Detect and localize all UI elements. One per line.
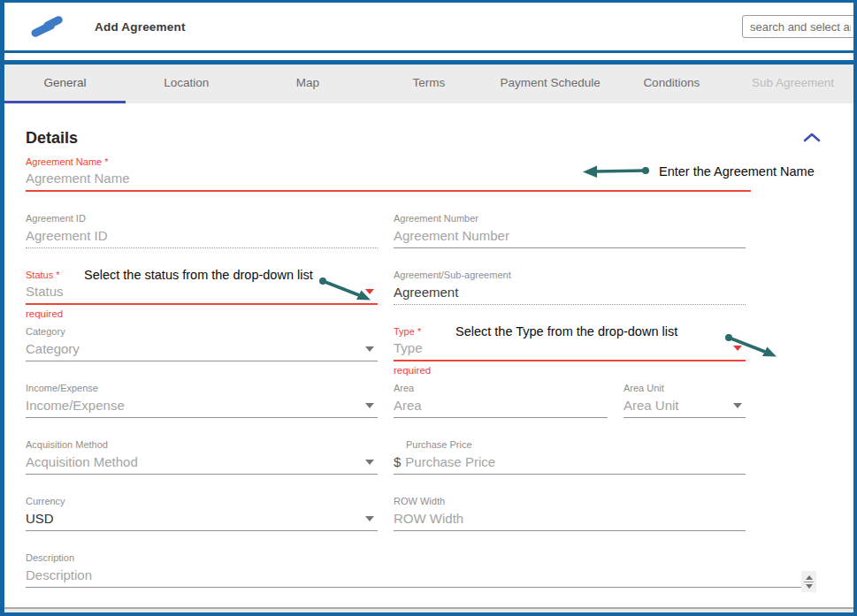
dropdown-caret-icon <box>733 346 742 351</box>
content-card: General Location Map Terms Payment Sched… <box>4 60 853 609</box>
tab-location[interactable]: Location <box>126 65 247 103</box>
currency-select[interactable]: USD <box>26 507 378 531</box>
agreement-sub-input <box>394 285 746 304</box>
app-window: Add Agreement General Location Map Terms… <box>0 0 857 616</box>
section-header: Details <box>26 125 832 151</box>
handshake-icon <box>29 11 66 42</box>
area-unit-placeholder: Area Unit <box>624 398 746 417</box>
acquisition-method-placeholder: Acquisition Method <box>26 454 378 474</box>
tab-terms[interactable]: Terms <box>368 65 489 103</box>
category-select-placeholder: Category <box>26 341 378 361</box>
type-select[interactable]: Type <box>394 338 746 361</box>
income-expense-field: Income/Expense Income/Expense <box>26 383 378 427</box>
collapse-section-button[interactable] <box>800 129 823 147</box>
tab-bar: General Location Map Terms Payment Sched… <box>4 65 853 103</box>
annotation-status: Select the status from the drop-down lis… <box>84 268 313 282</box>
agreement-number-input[interactable] <box>394 228 746 247</box>
purchase-price-field: Purchase Price $ <box>394 439 746 483</box>
top-bar: Add Agreement <box>4 3 853 50</box>
currency-label: Currency <box>26 496 378 507</box>
acquisition-method-label: Acquisition Method <box>26 439 378 451</box>
page-title: Add Agreement <box>95 20 186 34</box>
income-expense-placeholder: Income/Expense <box>26 398 378 417</box>
type-field: Type * Select the Type from the drop-dow… <box>394 326 746 370</box>
agreement-id-field: Agreement ID <box>26 213 378 257</box>
section-title: Details <box>26 129 78 148</box>
stepper-up-icon <box>806 575 813 580</box>
area-unit-select[interactable]: Area Unit <box>624 394 746 418</box>
description-control <box>26 564 816 588</box>
agreement-number-control <box>394 224 746 248</box>
bottom-gap <box>4 609 853 612</box>
area-field: Area <box>394 383 608 427</box>
currency-value: USD <box>26 511 378 530</box>
status-select[interactable]: Status <box>26 281 378 305</box>
tab-conditions[interactable]: Conditions <box>611 65 732 103</box>
tab-general[interactable]: General <box>4 65 126 103</box>
row-width-input[interactable] <box>394 511 746 530</box>
description-resize-stepper[interactable] <box>801 571 816 592</box>
row-width-control <box>394 507 746 531</box>
details-form: Details Agreement Name * <box>4 103 853 609</box>
purchase-price-input[interactable] <box>405 454 746 474</box>
stepper-divider <box>804 582 814 582</box>
agreement-number-field: Agreement Number <box>394 213 746 257</box>
acquisition-method-select[interactable]: Acquisition Method <box>26 451 378 475</box>
income-expense-label: Income/Expense <box>26 383 378 394</box>
income-expense-select[interactable]: Income/Expense <box>26 394 378 418</box>
description-input[interactable] <box>26 567 816 587</box>
area-label: Area <box>394 383 608 394</box>
area-control <box>394 394 608 418</box>
category-select[interactable]: Category <box>26 338 378 361</box>
currency-symbol: $ <box>394 454 401 474</box>
agreement-id-input <box>26 228 378 247</box>
acquisition-method-field: Acquisition Method Acquisition Method <box>26 439 378 483</box>
row-width-field: ROW Width <box>394 496 746 540</box>
tab-map[interactable]: Map <box>247 65 368 103</box>
purchase-price-control: $ <box>394 451 746 475</box>
agreement-sub-field: Agreement/Sub-agreement <box>394 270 746 314</box>
description-field: Description <box>26 552 816 597</box>
tab-sub-agreement: Sub Agreement <box>732 65 853 103</box>
agreement-id-control <box>26 224 378 248</box>
status-field: Status * Select the status from the drop… <box>26 270 378 314</box>
annotation-type: Select the Type from the drop-down list <box>455 324 677 338</box>
status-error: required <box>26 308 63 319</box>
dropdown-caret-icon <box>365 403 374 408</box>
arrow-left-icon <box>583 164 652 179</box>
type-error: required <box>394 365 431 376</box>
category-label: Category <box>26 326 378 338</box>
dropdown-caret-icon <box>365 346 374 352</box>
dropdown-caret-icon <box>365 289 374 294</box>
dropdown-caret-icon <box>365 460 374 465</box>
type-select-placeholder: Type <box>394 340 746 360</box>
description-label: Description <box>26 552 816 564</box>
area-unit-label: Area Unit <box>624 383 746 394</box>
agreement-sub-label: Agreement/Sub-agreement <box>394 270 746 281</box>
annotation-agreement-name: Enter the Agreement Name <box>583 164 815 179</box>
agreement-sub-control <box>394 281 746 305</box>
stepper-down-icon <box>806 584 813 589</box>
header-gap <box>4 53 853 60</box>
agreement-number-label: Agreement Number <box>394 213 746 224</box>
currency-field: Currency USD <box>26 496 378 540</box>
agreement-id-label: Agreement ID <box>26 213 378 224</box>
agreement-name-field: Agreement Name * Enter the Agreement Nam… <box>26 156 751 201</box>
chevron-up-icon <box>802 131 822 142</box>
tab-payment-schedule[interactable]: Payment Schedule <box>490 65 611 103</box>
search-input[interactable] <box>742 15 853 38</box>
dropdown-caret-icon <box>365 516 374 521</box>
area-input[interactable] <box>394 398 608 417</box>
area-unit-field: Area Unit Area Unit <box>624 383 746 427</box>
status-select-placeholder: Status <box>26 284 378 303</box>
purchase-price-label: Purchase Price <box>394 439 746 451</box>
annotation-text: Enter the Agreement Name <box>659 164 815 179</box>
dropdown-caret-icon <box>733 403 742 408</box>
row-width-label: ROW Width <box>394 496 746 507</box>
category-field: Category Category <box>26 326 378 370</box>
